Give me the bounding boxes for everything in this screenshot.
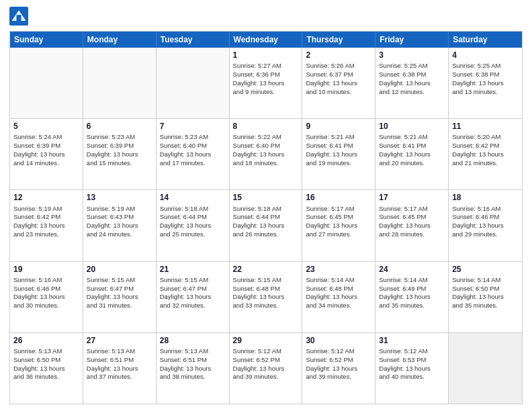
cell-line: and 9 minutes. <box>233 88 299 97</box>
calendar-cell-empty-0-0 <box>10 48 83 118</box>
cell-line: and 18 minutes. <box>233 159 299 168</box>
cell-line: Sunrise: 5:16 AM <box>452 205 519 214</box>
calendar-cell-7: 7Sunrise: 5:23 AMSunset: 6:40 PMDaylight… <box>157 119 230 189</box>
cell-line: Sunset: 6:50 PM <box>13 356 79 365</box>
calendar-cell-16: 16Sunrise: 5:17 AMSunset: 6:45 PMDayligh… <box>302 190 375 261</box>
cell-line: Sunrise: 5:12 AM <box>306 347 371 356</box>
cell-line: Daylight: 13 hours <box>160 222 226 230</box>
cell-line: and 36 minutes. <box>13 373 79 381</box>
cell-line: Sunrise: 5:13 AM <box>13 347 79 356</box>
cell-line: Sunset: 6:45 PM <box>306 213 371 222</box>
cell-line: Daylight: 13 hours <box>13 365 79 373</box>
calendar-cell-24: 24Sunrise: 5:14 AMSunset: 6:49 PMDayligh… <box>375 262 449 332</box>
cell-line: Sunset: 6:48 PM <box>233 285 299 293</box>
cell-line: Daylight: 13 hours <box>306 150 371 159</box>
logo <box>9 7 31 26</box>
cell-line: and 23 minutes. <box>13 230 79 239</box>
cell-line: Sunrise: 5:21 AM <box>379 133 445 142</box>
calendar-row-3: 19Sunrise: 5:16 AMSunset: 6:46 PMDayligh… <box>10 261 522 332</box>
cell-line: Sunset: 6:53 PM <box>379 356 445 365</box>
cell-line: Daylight: 13 hours <box>13 222 79 230</box>
cell-line: and 17 minutes. <box>160 159 226 168</box>
calendar-body: 1Sunrise: 5:27 AMSunset: 6:36 PMDaylight… <box>10 48 522 404</box>
cell-line: Sunrise: 5:26 AM <box>306 62 371 71</box>
day-number: 13 <box>87 192 152 203</box>
calendar-cell-17: 17Sunrise: 5:17 AMSunset: 6:45 PMDayligh… <box>375 190 449 261</box>
calendar-cell-28: 28Sunrise: 5:13 AMSunset: 6:51 PMDayligh… <box>157 333 230 404</box>
cell-line: Sunrise: 5:20 AM <box>452 133 519 142</box>
cell-line: and 32 minutes. <box>160 302 226 310</box>
day-number: 30 <box>306 335 371 346</box>
cell-line: Daylight: 13 hours <box>379 293 445 302</box>
cell-line: and 39 minutes. <box>306 373 371 381</box>
day-number: 19 <box>13 264 79 275</box>
cell-line: Sunset: 6:48 PM <box>306 285 371 293</box>
calendar-cell-29: 29Sunrise: 5:12 AMSunset: 6:52 PMDayligh… <box>230 333 303 404</box>
weekday-header-sunday: Sunday <box>10 32 83 48</box>
cell-line: Sunrise: 5:15 AM <box>233 276 299 285</box>
weekday-header-saturday: Saturday <box>449 32 522 48</box>
cell-line: Sunset: 6:36 PM <box>233 71 299 79</box>
calendar-cell-5: 5Sunrise: 5:24 AMSunset: 6:39 PMDaylight… <box>10 119 83 189</box>
cell-line: and 24 minutes. <box>87 230 152 239</box>
cell-line: Sunset: 6:38 PM <box>452 71 519 79</box>
cell-line: Sunrise: 5:27 AM <box>233 62 299 71</box>
cell-line: Sunrise: 5:14 AM <box>306 276 371 285</box>
day-number: 29 <box>233 335 299 346</box>
cell-line: and 29 minutes. <box>452 230 519 239</box>
cell-line: Sunset: 6:41 PM <box>306 142 371 150</box>
day-number: 3 <box>379 50 445 60</box>
calendar-cell-22: 22Sunrise: 5:15 AMSunset: 6:48 PMDayligh… <box>230 262 303 332</box>
cell-line: and 34 minutes. <box>306 302 371 310</box>
cell-line: Sunset: 6:39 PM <box>87 142 152 150</box>
cell-line: and 35 minutes. <box>452 302 519 310</box>
calendar-cell-4: 4Sunrise: 5:25 AMSunset: 6:38 PMDaylight… <box>449 48 522 118</box>
cell-line: and 40 minutes. <box>379 373 445 381</box>
day-number: 15 <box>233 192 299 203</box>
calendar-cell-8: 8Sunrise: 5:22 AMSunset: 6:40 PMDaylight… <box>230 119 303 189</box>
page: SundayMondayTuesdayWednesdayThursdayFrid… <box>0 0 532 411</box>
cell-line: Daylight: 13 hours <box>233 222 299 230</box>
cell-line: Sunrise: 5:22 AM <box>233 133 299 142</box>
cell-line: Sunset: 6:52 PM <box>306 356 371 365</box>
cell-line: Sunrise: 5:19 AM <box>87 205 152 214</box>
calendar-cell-2: 2Sunrise: 5:26 AMSunset: 6:37 PMDaylight… <box>302 48 375 118</box>
cell-line: Sunrise: 5:18 AM <box>233 205 299 214</box>
cell-line: Sunrise: 5:19 AM <box>13 205 79 214</box>
cell-line: Sunset: 6:40 PM <box>233 142 299 150</box>
cell-line: Sunset: 6:46 PM <box>13 285 79 293</box>
cell-line: Daylight: 13 hours <box>87 150 152 159</box>
cell-line: Daylight: 13 hours <box>452 79 519 88</box>
cell-line: and 14 minutes. <box>13 159 79 168</box>
cell-line: Sunrise: 5:18 AM <box>160 205 226 214</box>
day-number: 17 <box>379 192 445 203</box>
cell-line: Sunset: 6:51 PM <box>160 356 226 365</box>
cell-line: Sunrise: 5:13 AM <box>87 347 152 356</box>
cell-line: and 30 minutes. <box>13 302 79 310</box>
cell-line: Sunset: 6:44 PM <box>160 213 226 222</box>
cell-line: and 33 minutes. <box>233 302 299 310</box>
cell-line: and 20 minutes. <box>379 159 445 168</box>
calendar-cell-18: 18Sunrise: 5:16 AMSunset: 6:46 PMDayligh… <box>449 190 522 261</box>
cell-line: Sunset: 6:43 PM <box>87 213 152 222</box>
cell-line: Daylight: 13 hours <box>87 222 152 230</box>
calendar-cell-10: 10Sunrise: 5:21 AMSunset: 6:41 PMDayligh… <box>375 119 449 189</box>
day-number: 26 <box>13 335 79 346</box>
calendar-row-2: 12Sunrise: 5:19 AMSunset: 6:42 PMDayligh… <box>10 189 522 261</box>
svg-rect-2 <box>17 15 21 21</box>
cell-line: Daylight: 13 hours <box>306 79 371 88</box>
cell-line: and 37 minutes. <box>87 373 152 381</box>
calendar-cell-23: 23Sunrise: 5:14 AMSunset: 6:48 PMDayligh… <box>302 262 375 332</box>
logo-icon <box>9 7 28 26</box>
day-number: 4 <box>452 50 519 60</box>
cell-line: Sunrise: 5:12 AM <box>379 347 445 356</box>
cell-line: Sunrise: 5:21 AM <box>306 133 371 142</box>
cell-line: and 31 minutes. <box>87 302 152 310</box>
cell-line: and 26 minutes. <box>233 230 299 239</box>
calendar-row-0: 1Sunrise: 5:27 AMSunset: 6:36 PMDaylight… <box>10 48 522 118</box>
cell-line: Sunrise: 5:24 AM <box>13 133 79 142</box>
cell-line: Sunset: 6:38 PM <box>379 71 445 79</box>
weekday-header-tuesday: Tuesday <box>157 32 230 48</box>
cell-line: and 13 minutes. <box>452 88 519 97</box>
calendar-cell-empty-0-2 <box>157 48 230 118</box>
